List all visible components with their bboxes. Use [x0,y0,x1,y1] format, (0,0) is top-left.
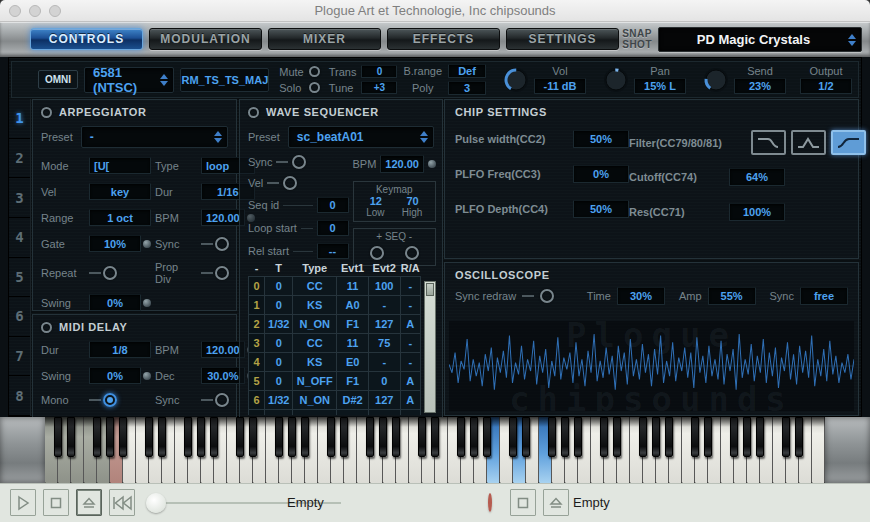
record-button[interactable] [477,490,502,515]
load-slider[interactable] [146,493,296,513]
table-cell[interactable]: - [400,410,420,416]
black-key[interactable] [184,417,192,457]
osc-sync-value[interactable]: free [800,287,848,305]
osc-time-value[interactable]: 30% [617,287,665,305]
channel-5[interactable]: 5 [9,258,30,298]
delay-swing-value[interactable]: 0% [89,367,141,384]
table-cell[interactable]: CC [293,334,337,353]
seq-add-button[interactable] [370,246,384,260]
ws-sync-toggle[interactable] [292,155,306,169]
tab-mixer[interactable]: MIXER [268,28,381,50]
table-cell[interactable]: 11 [337,334,369,353]
table-cell[interactable]: - [400,277,420,296]
arpeggiator-enable-toggle[interactable] [41,107,52,118]
wave-sequencer-enable-toggle[interactable] [248,107,259,118]
snapshot-preset-dropdown[interactable]: PD Magic Crystals [658,27,862,52]
table-cell[interactable]: A [400,372,420,391]
table-cell[interactable]: 100 [368,410,400,416]
black-key[interactable] [483,417,491,457]
black-key[interactable] [730,417,738,457]
record-stop-button[interactable] [510,489,536,516]
mute-toggle[interactable] [309,66,320,77]
table-cell[interactable]: 127 [368,315,400,334]
table-cell[interactable]: A0 [337,296,369,315]
table-cell[interactable]: 0 [265,277,293,296]
up-down-arrows-icon[interactable] [420,131,428,143]
table-cell[interactable]: - [368,353,400,372]
channel-2[interactable]: 2 [9,139,30,179]
black-key[interactable] [795,417,803,457]
table-cell[interactable]: 11 [337,410,369,416]
black-key[interactable] [600,417,608,457]
ws-relstart-value[interactable]: -- [317,243,349,259]
eject-button[interactable] [76,489,102,516]
tab-settings[interactable]: SETTINGS [506,28,619,50]
black-key[interactable] [275,417,283,457]
table-cell[interactable]: - [400,353,420,372]
table-cell[interactable]: 3 [249,334,265,353]
arp-mode-value[interactable]: [U[ [89,157,151,174]
pulse-width-value[interactable]: 50% [573,130,629,148]
white-key[interactable] [812,417,825,483]
table-cell[interactable]: CC [293,410,337,416]
arp-range-value[interactable]: 1 oct [89,209,151,226]
black-key[interactable] [743,417,751,457]
table-cell[interactable]: 0 [265,372,293,391]
table-cell[interactable]: N_ON [293,315,337,334]
black-key[interactable] [93,417,101,457]
black-key[interactable] [457,417,465,457]
black-key[interactable] [236,417,244,457]
arp-sync-toggle[interactable] [215,237,229,251]
black-key[interactable] [340,417,348,457]
black-key[interactable] [548,417,556,457]
delay-dur-value[interactable]: 1/8 [89,341,151,358]
tab-effects[interactable]: EFFECTS [387,28,500,50]
table-cell[interactable]: F1 [337,372,369,391]
table-cell[interactable]: 0 [265,334,293,353]
black-key[interactable] [704,417,712,457]
delay-mono-toggle[interactable] [103,393,117,407]
table-cell[interactable]: 2 [249,315,265,334]
black-key[interactable] [54,417,62,457]
black-key[interactable] [392,417,400,457]
black-key[interactable] [210,417,218,457]
black-key[interactable] [561,417,569,457]
bandpass-filter-button[interactable] [791,130,826,155]
black-key[interactable] [522,417,530,457]
black-key[interactable] [288,417,296,457]
black-key[interactable] [145,417,153,457]
black-key[interactable] [782,417,790,457]
black-key[interactable] [197,417,205,457]
table-cell[interactable]: - [400,296,420,315]
piano-keyboard[interactable] [45,417,825,483]
arp-preset-dropdown[interactable]: - [81,126,228,148]
trans-value[interactable]: 0 [361,65,397,78]
table-cell[interactable]: E0 [337,353,369,372]
black-key[interactable] [379,417,387,457]
pan-knob[interactable] [602,66,630,94]
table-cell[interactable]: 1/32 [265,391,293,410]
table-cell[interactable]: 0 [265,353,293,372]
mapping-button[interactable]: RM_TS_TS_MAJ [180,68,269,92]
black-key[interactable] [470,417,478,457]
table-cell[interactable]: 100 [368,277,400,296]
osc-amp-value[interactable]: 55% [708,287,756,305]
table-cell[interactable]: - [368,296,400,315]
send-knob[interactable] [702,66,730,94]
up-down-arrows-icon[interactable] [160,74,168,86]
ws-seqid-value[interactable]: 0 [317,197,349,213]
table-cell[interactable]: CC [293,277,337,296]
arp-gate-value[interactable]: 10% [89,235,141,252]
black-key[interactable] [301,417,309,457]
black-key[interactable] [119,417,127,457]
keymap-low-value[interactable]: 12 [370,195,382,207]
table-cell[interactable]: 0 [265,410,293,416]
table-cell[interactable]: 11 [337,277,369,296]
send-value[interactable]: 23% [734,78,786,94]
sync-redraw-toggle[interactable] [540,289,554,303]
black-key[interactable] [249,417,257,457]
stop-button[interactable] [43,489,69,516]
black-key[interactable] [158,417,166,457]
table-cell[interactable]: 75 [368,334,400,353]
table-cell[interactable]: 0 [249,277,265,296]
